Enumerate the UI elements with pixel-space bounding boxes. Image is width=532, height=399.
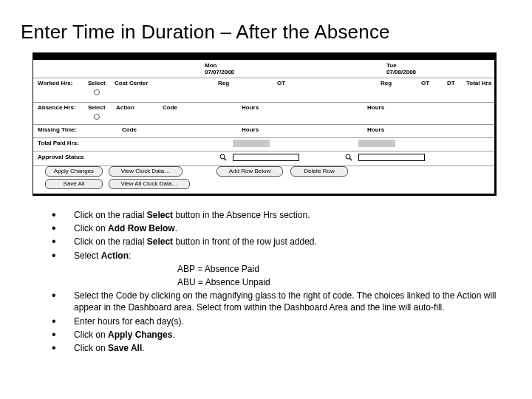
button-row-1: Apply Changes View Clock Data… Add Row B… bbox=[33, 166, 494, 179]
select-col-2: Select bbox=[88, 104, 106, 111]
hours-col-4: Hours bbox=[367, 126, 384, 133]
sub-item: ABP = Absence Paid bbox=[177, 263, 497, 275]
bold: Action bbox=[101, 250, 129, 261]
reg-col-2: Reg bbox=[381, 80, 392, 86]
slide: Enter Time in Duration – After the Absen… bbox=[0, 0, 532, 399]
total-paid-label: Total Paid Hrs: bbox=[38, 140, 79, 146]
list-item: Enter hours for each day(s). bbox=[46, 316, 497, 327]
bold: Save All bbox=[108, 343, 142, 353]
apply-changes-button[interactable]: Apply Changes bbox=[45, 166, 103, 177]
worked-hrs-row: Worked Hrs: Select Cost Center Reg OT Re… bbox=[33, 78, 494, 100]
screenshot: Mon 07/07/2008 Tue 07/08/2008 Worked Hrs… bbox=[33, 52, 497, 196]
text: Click on the radial bbox=[74, 210, 147, 220]
svg-line-1 bbox=[224, 158, 226, 160]
hours-col-3: Hours bbox=[242, 126, 259, 133]
absence-hrs-row: Absence Hrs: Select Action Code Hours Ho… bbox=[33, 102, 494, 123]
code-col-2: Code bbox=[122, 126, 137, 133]
total-paid-val-1 bbox=[233, 140, 270, 147]
delete-row-button[interactable]: Delete Row bbox=[290, 166, 348, 177]
text: Enter hours for each day(s). bbox=[74, 316, 184, 327]
text: button in front of the row just added. bbox=[173, 236, 317, 247]
text: Click on bbox=[74, 223, 108, 233]
hours-col-2: Hours bbox=[367, 104, 384, 111]
approval-row: Approval Status: bbox=[33, 151, 494, 164]
bold: Select bbox=[147, 236, 173, 247]
reg-col-1: Reg bbox=[218, 80, 229, 86]
worked-hrs-radio[interactable] bbox=[94, 89, 100, 95]
sub-item: ABU = Absence Unpaid bbox=[177, 276, 497, 288]
list-item: Click on the radial Select button in fro… bbox=[46, 236, 497, 248]
view-clock-button[interactable]: View Clock Data… bbox=[109, 166, 183, 177]
day2-date: 07/08/2008 bbox=[386, 69, 416, 75]
list-item: Click on Add Row Below. bbox=[46, 222, 497, 234]
absence-hrs-radio[interactable] bbox=[94, 114, 100, 120]
text: Click on bbox=[74, 343, 108, 353]
ot-col-1: OT bbox=[277, 80, 285, 86]
text: : bbox=[129, 250, 131, 261]
worked-hrs-label: Worked Hrs: bbox=[38, 80, 72, 86]
hours-col-1: Hours bbox=[242, 104, 259, 111]
text: . bbox=[172, 330, 174, 340]
text: Click on bbox=[74, 330, 108, 340]
view-all-clock-button[interactable]: View All Clock Data… bbox=[109, 179, 190, 189]
text: Select bbox=[74, 250, 101, 261]
page-title: Enter Time in Duration – After the Absen… bbox=[21, 21, 511, 44]
magnify-icon[interactable] bbox=[219, 154, 227, 161]
notes-list: Click on the radial Select button in the… bbox=[46, 209, 497, 354]
absence-hrs-label: Absence Hrs: bbox=[38, 104, 76, 111]
approval-label: Approval Status: bbox=[38, 154, 85, 160]
magnify-icon[interactable] bbox=[345, 154, 352, 161]
bold: Select bbox=[147, 210, 173, 220]
ot-col-2: OT bbox=[421, 80, 429, 86]
list-item: Select the Code by clicking on the magni… bbox=[46, 290, 497, 313]
svg-line-3 bbox=[349, 158, 352, 160]
day1-name: Mon bbox=[205, 62, 216, 69]
code-col: Code bbox=[163, 104, 177, 111]
select-col: Select bbox=[88, 80, 106, 86]
add-row-below-button[interactable]: Add Row Below bbox=[216, 166, 283, 177]
list-item: Click on Apply Changes. bbox=[46, 329, 497, 341]
text: Select the Code by clicking on the magni… bbox=[74, 290, 496, 313]
missing-time-label: Missing Time: bbox=[38, 126, 77, 133]
approval-input-1[interactable] bbox=[233, 154, 299, 161]
dt-col: DT bbox=[447, 80, 455, 86]
text: . bbox=[142, 343, 144, 353]
approval-input-2[interactable] bbox=[358, 154, 425, 161]
list-item: Select Action: ABP = Absence Paid ABU = … bbox=[46, 250, 497, 289]
bold: Apply Changes bbox=[108, 330, 172, 340]
text: button in the Absence Hrs section. bbox=[173, 210, 310, 220]
instructions: Click on the radial Select button in the… bbox=[46, 209, 497, 354]
bold: Add Row Below bbox=[108, 223, 175, 233]
total-hrs-col: Total Hrs bbox=[466, 80, 491, 86]
day1-date: 07/07/2008 bbox=[205, 69, 234, 75]
save-all-button[interactable]: Save All bbox=[45, 179, 103, 189]
day2-name: Tue bbox=[386, 62, 397, 69]
topbar bbox=[33, 53, 494, 60]
list-item: Click on Save All. bbox=[46, 342, 497, 354]
total-paid-row: Total Paid Hrs: bbox=[33, 137, 494, 149]
total-paid-val-2 bbox=[358, 140, 395, 147]
text: . bbox=[175, 223, 177, 233]
button-row-2: Save All View All Clock Data… bbox=[33, 179, 494, 192]
action-col: Action bbox=[116, 104, 134, 111]
cost-center-col: Cost Center bbox=[115, 80, 148, 86]
text: Click on the radial bbox=[74, 236, 147, 247]
list-item: Click on the radial Select button in the… bbox=[46, 209, 497, 221]
missing-time-row: Missing Time: Code Hours Hours bbox=[33, 124, 494, 136]
